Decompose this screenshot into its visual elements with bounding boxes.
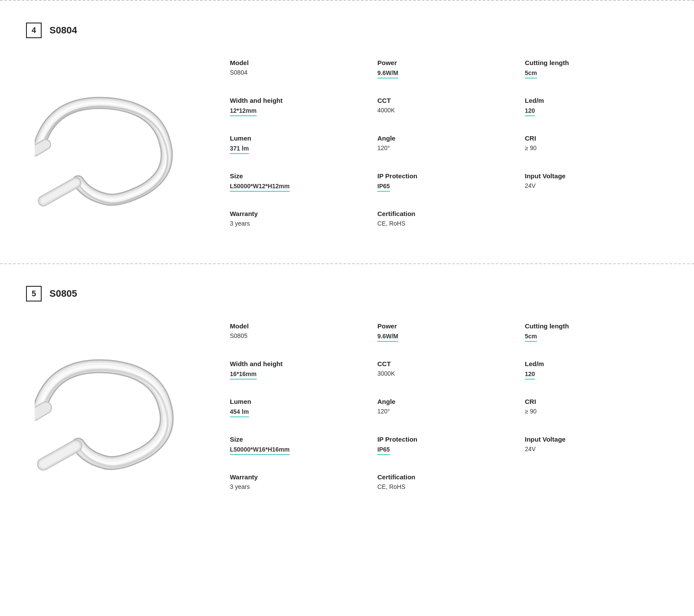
section-model-title-4: S0804: [49, 25, 77, 36]
spec-value: 371 lm: [230, 145, 249, 154]
spec-label: Width and height: [230, 360, 364, 367]
spec-item: CertificationCE, RoHS: [373, 202, 520, 237]
spec-label: Cutting length: [525, 59, 659, 66]
spec-value: 3 years: [230, 220, 364, 227]
spec-item: CRI≥ 90: [520, 127, 668, 164]
spec-item: Warranty3 years: [226, 202, 373, 237]
spec-value: 5cm: [525, 69, 537, 79]
spec-item: CRI≥ 90: [520, 390, 668, 428]
spec-item: Angle120°: [373, 127, 520, 164]
spec-value: IP65: [377, 183, 390, 192]
spec-item: Lumen371 lm: [226, 127, 373, 164]
spec-label: Led/m: [525, 97, 659, 104]
spec-item: SizeL50000*W16*H16mm: [226, 428, 373, 465]
spec-value: 120°: [377, 408, 512, 415]
spec-item: IP ProtectionIP65: [373, 428, 520, 465]
spec-label: IP Protection: [377, 172, 512, 180]
spec-label: Lumen: [230, 134, 364, 142]
spec-label: Model: [230, 322, 364, 330]
product-image-5: [35, 341, 217, 475]
section-header-5: 5 S0805: [26, 286, 668, 301]
section-number-4: 4: [26, 23, 42, 38]
spec-value: S0805: [230, 332, 364, 339]
spec-label: Lumen: [230, 398, 364, 405]
spec-value: 24V: [525, 446, 659, 452]
specs-grid-4: ModelS0804Power9.6W/MCutting length5cmWi…: [226, 51, 668, 237]
spec-value: 454 lm: [230, 408, 249, 417]
spec-label: Input Voltage: [525, 436, 659, 443]
spec-label: Size: [230, 172, 364, 180]
spec-value: 16*16mm: [230, 370, 257, 380]
spec-item: [520, 202, 668, 237]
section-5: 5 S0805: [0, 263, 694, 527]
section-body-4: ModelS0804Power9.6W/MCutting length5cmWi…: [26, 51, 668, 237]
spec-item: ModelS0804: [226, 51, 373, 89]
section-4: 4 S0804: [0, 0, 694, 263]
spec-label: Certification: [377, 210, 512, 217]
spec-value: CE, RoHS: [377, 220, 512, 227]
spec-value: 120: [525, 107, 535, 116]
spec-item: Cutting length5cm: [520, 51, 668, 89]
spec-item: CertificationCE, RoHS: [373, 465, 520, 501]
spec-value: 3 years: [230, 483, 364, 490]
spec-value: ≥ 90: [525, 144, 659, 151]
spec-value: 9.6W/M: [377, 69, 398, 79]
section-model-title-5: S0805: [49, 288, 77, 299]
spec-label: IP Protection: [377, 436, 512, 443]
section-number-5: 5: [26, 286, 42, 301]
spec-value: S0804: [230, 69, 364, 76]
spec-item: CCT3000K: [373, 352, 520, 390]
spec-value: 4000K: [377, 107, 512, 114]
spec-value: 3000K: [377, 370, 512, 377]
spec-item: Warranty3 years: [226, 465, 373, 501]
spec-label: Cutting length: [525, 322, 659, 330]
spec-label: Size: [230, 436, 364, 443]
spec-label: Model: [230, 59, 364, 66]
spec-label: CCT: [377, 97, 512, 104]
section-header-4: 4 S0804: [26, 23, 668, 38]
spec-value: 120°: [377, 144, 512, 151]
spec-value: 24V: [525, 182, 659, 189]
spec-value: IP65: [377, 446, 390, 455]
spec-item: Cutting length5cm: [520, 315, 668, 352]
spec-label: Power: [377, 322, 512, 330]
spec-value: CE, RoHS: [377, 483, 512, 490]
spec-value: 120: [525, 370, 535, 380]
product-image-4: [35, 77, 217, 212]
spec-label: Width and height: [230, 97, 364, 104]
spec-value: 9.6W/M: [377, 333, 398, 342]
spec-label: Angle: [377, 398, 512, 405]
specs-grid-5: ModelS0805Power9.6W/MCutting length5cmWi…: [226, 315, 668, 501]
spec-item: Power9.6W/M: [373, 51, 520, 89]
spec-label: CRI: [525, 134, 659, 142]
spec-item: Power9.6W/M: [373, 315, 520, 352]
spec-label: Angle: [377, 134, 512, 142]
spec-item: SizeL50000*W12*H12mm: [226, 164, 373, 202]
product-image-area-5: [26, 315, 226, 501]
spec-item: [520, 465, 668, 501]
spec-item: Width and height16*16mm: [226, 352, 373, 390]
spec-value: L50000*W12*H12mm: [230, 183, 290, 192]
spec-item: Input Voltage24V: [520, 164, 668, 202]
spec-label: Power: [377, 59, 512, 66]
spec-label: Warranty: [230, 473, 364, 481]
spec-label: CRI: [525, 398, 659, 405]
spec-label: Led/m: [525, 360, 659, 367]
spec-label: Input Voltage: [525, 172, 659, 180]
spec-item: Led/m120: [520, 89, 668, 127]
spec-value: 12*12mm: [230, 107, 257, 116]
spec-label: CCT: [377, 360, 512, 367]
spec-value: ≥ 90: [525, 408, 659, 415]
spec-label: Certification: [377, 473, 512, 481]
spec-item: Lumen454 lm: [226, 390, 373, 428]
spec-item: Input Voltage24V: [520, 428, 668, 465]
spec-item: Width and height12*12mm: [226, 89, 373, 127]
spec-value: L50000*W16*H16mm: [230, 446, 290, 455]
spec-item: Led/m120: [520, 352, 668, 390]
product-image-area-4: [26, 51, 226, 237]
section-body-5: ModelS0805Power9.6W/MCutting length5cmWi…: [26, 315, 668, 501]
spec-item: ModelS0805: [226, 315, 373, 352]
spec-item: Angle120°: [373, 390, 520, 428]
spec-value: 5cm: [525, 333, 537, 342]
spec-item: CCT4000K: [373, 89, 520, 127]
